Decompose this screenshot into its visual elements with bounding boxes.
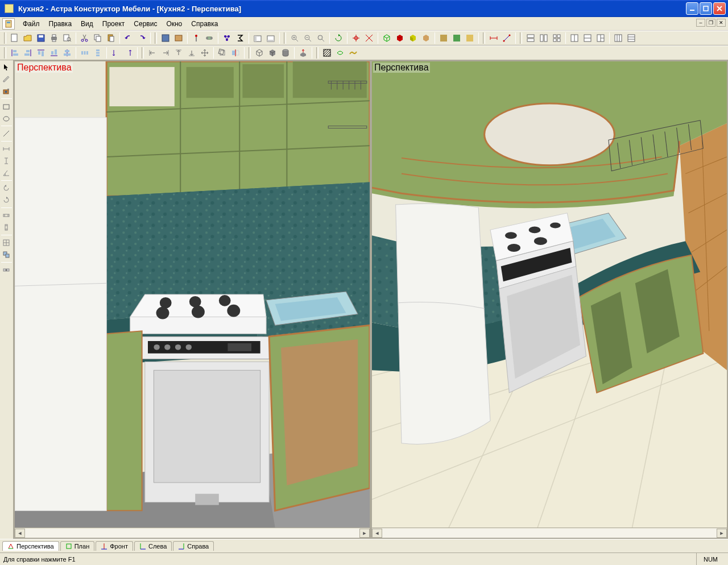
move-free-button[interactable] <box>198 47 211 59</box>
layout-3-button[interactable] <box>594 32 607 44</box>
sum-button[interactable] <box>234 32 246 44</box>
align-bottom-button[interactable] <box>48 47 60 59</box>
material-2-button[interactable] <box>450 32 463 44</box>
zoom-out-button[interactable] <box>301 32 314 44</box>
layout-5-button[interactable] <box>625 32 638 44</box>
rotate-r-button[interactable] <box>0 194 13 206</box>
scroll-left-button[interactable]: ◄ <box>372 529 382 538</box>
hatch-button[interactable] <box>321 47 333 59</box>
edit-tool-button[interactable] <box>0 73 13 85</box>
shaded-button[interactable] <box>394 32 406 44</box>
print-button[interactable] <box>48 32 60 44</box>
split-h-button[interactable] <box>524 32 537 44</box>
snap-object-button[interactable] <box>0 249 13 260</box>
tab-front[interactable]: Фронт <box>96 541 133 551</box>
split-4-button[interactable] <box>551 32 563 44</box>
measure-button[interactable] <box>500 32 513 44</box>
surface-button[interactable] <box>347 47 359 59</box>
circle-tool-button[interactable] <box>0 113 13 124</box>
properties-button[interactable] <box>264 32 277 44</box>
group-button[interactable] <box>221 32 233 44</box>
select-tool-button[interactable] <box>0 61 13 73</box>
camera-tool-button[interactable] <box>0 85 13 97</box>
lock-v-button[interactable] <box>0 222 13 233</box>
select-center-button[interactable] <box>350 32 362 44</box>
move-right-button[interactable] <box>159 47 172 59</box>
drilling-button[interactable] <box>190 32 202 44</box>
menu-service[interactable]: Сервис <box>129 19 162 29</box>
menu-file[interactable]: Файл <box>18 19 44 29</box>
line-tool-button[interactable] <box>0 128 13 139</box>
copy-button[interactable] <box>92 32 104 44</box>
toolbar-grip-icon[interactable] <box>249 47 251 59</box>
tab-left[interactable]: Слева <box>134 541 172 551</box>
maximize-button[interactable] <box>700 2 712 15</box>
rotate-button[interactable] <box>216 47 229 59</box>
mdi-restore-button[interactable]: ❐ <box>706 19 715 27</box>
material-3-button[interactable] <box>464 32 476 44</box>
box-wire-button[interactable] <box>253 47 266 59</box>
toolbar-grip-icon[interactable] <box>4 47 6 59</box>
rotate-l-button[interactable] <box>0 182 13 194</box>
scroll-right-button[interactable]: ► <box>359 529 370 538</box>
align-top-button[interactable] <box>35 47 47 59</box>
close-button[interactable] <box>713 2 726 15</box>
rect-tool-button[interactable] <box>0 101 13 112</box>
tab-plan[interactable]: План <box>60 541 95 551</box>
snap-1-button[interactable] <box>109 47 122 59</box>
minimize-button[interactable] <box>686 2 698 15</box>
move-down-button[interactable] <box>185 47 198 59</box>
print-preview-button[interactable] <box>61 32 73 44</box>
layout-2-button[interactable] <box>581 32 594 44</box>
new-button[interactable] <box>9 32 21 44</box>
lock-h-button[interactable] <box>0 210 13 221</box>
wireframe-button[interactable] <box>380 32 393 44</box>
profile-button[interactable] <box>172 32 185 44</box>
align-left-button[interactable] <box>9 47 21 59</box>
paste-button[interactable] <box>105 32 117 44</box>
snap-2-button[interactable] <box>122 47 135 59</box>
split-v-button[interactable] <box>537 32 550 44</box>
scroll-track[interactable] <box>382 529 717 538</box>
app-menu-icon[interactable] <box>2 18 15 30</box>
viewport-left[interactable]: Перспектива <box>15 61 370 527</box>
tab-right[interactable]: Справа <box>173 541 214 551</box>
distribute-v-button[interactable] <box>92 47 104 59</box>
zoom-fit-button[interactable] <box>315 32 327 44</box>
box-solid-button[interactable] <box>266 47 279 59</box>
options-button[interactable] <box>0 264 13 276</box>
textured-button[interactable] <box>407 32 419 44</box>
align-center-h-button[interactable] <box>61 47 73 59</box>
mirror-button[interactable] <box>229 47 242 59</box>
viewport-right[interactable]: Перспектива <box>372 61 727 527</box>
snap-grid-button[interactable] <box>0 237 13 248</box>
panel-button[interactable] <box>159 32 172 44</box>
toolbar-grip-icon[interactable] <box>483 32 485 44</box>
rendered-button[interactable] <box>420 32 432 44</box>
scroll-left-button[interactable]: ◄ <box>15 529 25 538</box>
toolbar-grip-icon[interactable] <box>4 32 6 44</box>
menu-help[interactable]: Справка <box>187 19 222 29</box>
move-up-button[interactable] <box>172 47 185 59</box>
dim-angle-button[interactable] <box>0 167 13 178</box>
scrollbar-right[interactable]: ◄ ► <box>372 527 727 538</box>
tab-perspective[interactable]: Перспектива <box>2 541 59 551</box>
toolbar-grip-icon[interactable] <box>284 32 286 44</box>
toolbar-grip-icon[interactable] <box>155 32 157 44</box>
scroll-right-button[interactable]: ► <box>717 529 727 538</box>
extrude-button[interactable] <box>297 47 309 59</box>
layers-button[interactable] <box>251 32 264 44</box>
dim-v-button[interactable] <box>0 155 13 167</box>
menu-view[interactable]: Вид <box>76 19 98 29</box>
toolbar-grip-icon[interactable] <box>142 47 144 59</box>
dim-h-button[interactable] <box>0 143 13 155</box>
contour-button[interactable] <box>334 47 346 59</box>
scroll-track[interactable] <box>25 529 359 538</box>
cut-button[interactable] <box>78 32 91 44</box>
mdi-minimize-button[interactable]: – <box>696 19 705 27</box>
dimension-button[interactable] <box>487 32 500 44</box>
refresh-button[interactable] <box>332 32 345 44</box>
menu-window[interactable]: Окно <box>162 19 187 29</box>
menu-edit[interactable]: Правка <box>44 19 77 29</box>
undo-button[interactable] <box>122 32 135 44</box>
